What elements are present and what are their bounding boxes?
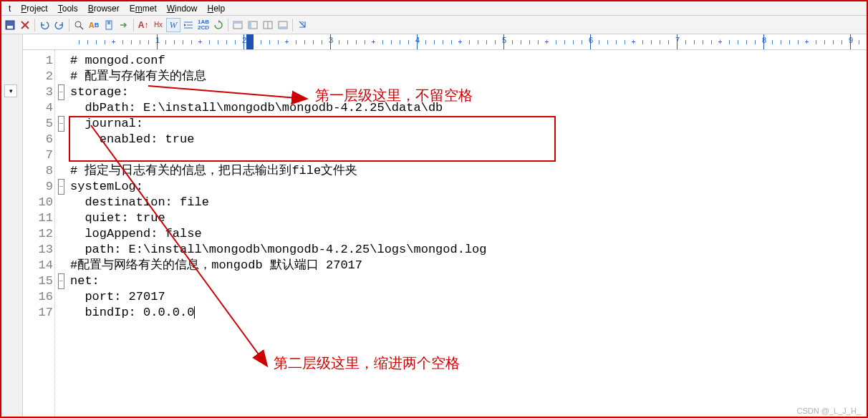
panel1-icon[interactable]: [231, 18, 245, 32]
svg-rect-14: [249, 21, 251, 29]
font-size-down-icon[interactable]: Hx: [151, 18, 165, 32]
svg-rect-7: [107, 21, 110, 24]
refresh-icon[interactable]: [211, 18, 226, 32]
svg-line-5: [80, 26, 83, 29]
svg-rect-1: [7, 26, 13, 29]
svg-point-4: [75, 21, 81, 27]
indent-icon[interactable]: [181, 18, 196, 32]
watermark: CSDN @_L_J_H_: [797, 407, 861, 415]
help-icon[interactable]: ?: [295, 18, 309, 32]
panel3-icon[interactable]: [261, 18, 275, 32]
side-tab-dropdown[interactable]: ▾: [4, 84, 17, 97]
menu-emmet[interactable]: Emmet: [125, 4, 161, 14]
menu-bar: t Project Tools Browser Emmet Window Hel…: [1, 1, 867, 16]
menu-fragment: t: [4, 4, 15, 14]
save-icon[interactable]: [3, 18, 17, 32]
search-icon[interactable]: [72, 18, 86, 32]
toolbar: AB A↑ Hx W 1AB2CD ?: [1, 16, 867, 34]
line-number-gutter: 1234567891011121314151617: [23, 50, 56, 417]
svg-rect-12: [233, 21, 242, 24]
menu-tools[interactable]: Tools: [54, 4, 82, 14]
redo-icon[interactable]: [52, 18, 67, 32]
undo-icon[interactable]: [37, 18, 52, 32]
code-editor[interactable]: 1234567891011121314151617 −−−− # mongod.…: [23, 50, 867, 417]
columns-icon[interactable]: 1AB2CD: [196, 18, 211, 32]
goto-icon[interactable]: [117, 18, 131, 32]
fold-gutter[interactable]: −−−−: [56, 50, 66, 417]
ruler[interactable]: +1+2+3+4+5+6+7+8+9+: [23, 34, 867, 50]
menu-project[interactable]: Project: [16, 4, 52, 14]
font-size-up-icon[interactable]: A↑: [136, 18, 150, 32]
panel2-icon[interactable]: [246, 18, 260, 32]
code-content[interactable]: # mongod.conf# 配置与存储有关的信息storage: dbPath…: [66, 50, 867, 417]
side-gutter: ▾: [1, 34, 23, 417]
svg-text:?: ?: [301, 20, 304, 26]
editor-area: +1+2+3+4+5+6+7+8+9+ 12345678910111213141…: [23, 34, 867, 417]
wordwrap-icon[interactable]: W: [166, 18, 180, 32]
panel4-icon[interactable]: [276, 18, 290, 32]
find-replace-icon[interactable]: AB: [87, 18, 101, 32]
menu-help[interactable]: Help: [203, 4, 229, 14]
bookmark-icon[interactable]: [102, 18, 116, 32]
close-icon[interactable]: [18, 18, 32, 32]
menu-window[interactable]: Window: [163, 4, 202, 14]
menu-browser[interactable]: Browser: [84, 4, 124, 14]
workspace: ▾ +1+2+3+4+5+6+7+8+9+ 123456789101112131…: [1, 34, 867, 417]
svg-rect-18: [279, 26, 287, 29]
